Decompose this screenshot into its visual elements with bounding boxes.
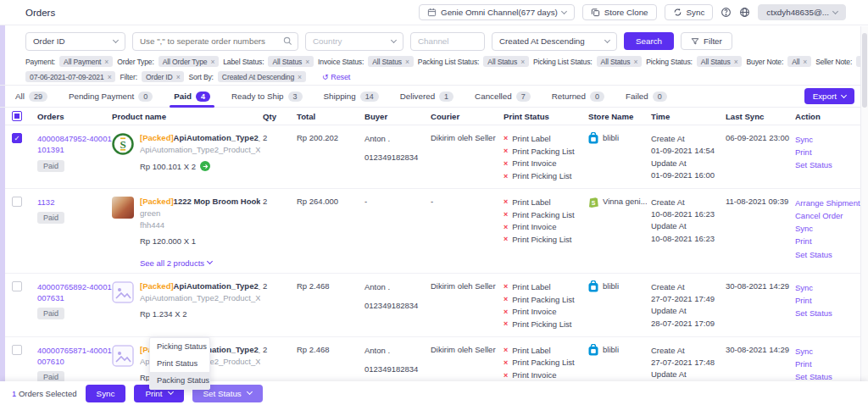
- last-sync-value: 06-09-2021 23:00: [726, 133, 795, 142]
- set-status-action[interactable]: Set Status: [795, 307, 860, 319]
- row-checkbox[interactable]: [12, 281, 22, 291]
- packed-tag: [Packed]: [140, 133, 174, 142]
- filter-chip[interactable]: All Status×: [483, 56, 529, 67]
- store-clone-icon: [591, 8, 600, 17]
- sync-action[interactable]: Sync: [795, 133, 860, 146]
- tab-failed[interactable]: Failed0: [626, 86, 667, 107]
- filter-chip[interactable]: Order ID×: [142, 71, 185, 82]
- print-action[interactable]: Print: [795, 146, 860, 158]
- tab-cancelled[interactable]: Cancelled7: [475, 86, 531, 107]
- set-status-action[interactable]: Set Status: [795, 158, 860, 171]
- tab-paid[interactable]: Paid4: [174, 86, 210, 107]
- row-checkbox[interactable]: ✓: [12, 133, 22, 143]
- x-mark-icon: ×: [504, 345, 508, 357]
- order-id-link[interactable]: 40000765871-40001007610: [37, 345, 115, 368]
- close-icon[interactable]: ×: [633, 58, 637, 66]
- x-mark-icon: ×: [504, 197, 508, 208]
- tab-all[interactable]: All29: [15, 86, 47, 107]
- arrange-shipment-action[interactable]: Arrange Shipment: [795, 197, 860, 209]
- filter-button[interactable]: Filter: [681, 32, 732, 50]
- sync-button[interactable]: Sync: [665, 4, 714, 20]
- search-button[interactable]: Search: [624, 32, 674, 50]
- see-all-products-link[interactable]: See all 2 products: [140, 258, 212, 268]
- filter-chip[interactable]: All Payment×: [59, 56, 113, 67]
- close-icon[interactable]: ×: [104, 58, 108, 66]
- close-icon[interactable]: ×: [298, 73, 302, 81]
- col-total: Total: [297, 112, 364, 121]
- print-action[interactable]: Print: [795, 294, 860, 307]
- filter-chip[interactable]: 07-06-2021-07-09-2021×: [25, 71, 115, 82]
- row-checkbox[interactable]: [12, 345, 22, 355]
- row-checkbox[interactable]: [12, 197, 22, 207]
- menu-item-print-status[interactable]: Print Status: [150, 355, 209, 372]
- close-icon[interactable]: ×: [405, 58, 409, 66]
- col-buyer: Buyer: [364, 112, 431, 121]
- sort-select[interactable]: Created At Descending: [492, 32, 617, 51]
- close-icon[interactable]: ×: [734, 58, 738, 66]
- select-all-checkbox[interactable]: [12, 111, 22, 121]
- close-icon[interactable]: ×: [520, 58, 525, 66]
- set-status-action[interactable]: Set Status: [795, 248, 860, 261]
- order-search-input[interactable]: [140, 36, 278, 46]
- tab-ready-to-ship[interactable]: Ready to Ship3: [231, 86, 303, 107]
- order-id-link[interactable]: 40000765892-40001007631: [37, 281, 115, 304]
- close-icon[interactable]: ×: [210, 58, 214, 66]
- filter-type-select[interactable]: Order ID: [25, 32, 125, 51]
- tab-count-badge: 4: [196, 92, 210, 102]
- store-cell: S Vinna geni...: [588, 197, 651, 208]
- x-mark-icon: ×: [504, 234, 508, 246]
- sync-action[interactable]: Sync: [795, 222, 860, 235]
- globe-icon[interactable]: [739, 7, 750, 18]
- calendar-icon: [427, 8, 437, 17]
- close-icon[interactable]: ×: [305, 58, 309, 66]
- product-name: [Packed]ApiAutomation_Type2_Pro...: [140, 281, 260, 291]
- chevron-down-icon: [604, 36, 610, 42]
- product-subtitle: ApiAutomation_Type2_Product_Xc...: [140, 293, 260, 302]
- packed-tag: [Packed]: [140, 281, 174, 291]
- tab-pending-payment[interactable]: Pending Payment0: [69, 86, 153, 107]
- vertical-scrollbar[interactable]: [860, 26, 868, 405]
- filter-chip[interactable]: All Status×: [697, 56, 743, 67]
- export-button[interactable]: Export: [804, 88, 854, 104]
- sync-action[interactable]: Sync: [795, 345, 860, 358]
- tab-count-badge: 29: [29, 92, 47, 102]
- close-icon[interactable]: ×: [176, 73, 181, 81]
- col-last-sync: Last Sync: [726, 112, 795, 121]
- filter-chip[interactable]: All Order Type×: [159, 56, 220, 67]
- filter-chip[interactable]: All Status×: [368, 56, 414, 67]
- channel-input[interactable]: [410, 32, 485, 51]
- close-icon[interactable]: ×: [108, 73, 112, 81]
- filter-chip[interactable]: All×: [787, 56, 811, 67]
- filter-chip[interactable]: Created At Descending×: [218, 71, 306, 82]
- menu-item-packing-status[interactable]: Packing Status: [150, 372, 209, 389]
- reset-icon: ↺: [322, 73, 328, 81]
- order-id-link[interactable]: 40000847952-40001101391: [37, 133, 115, 156]
- store-cell: blibli: [588, 133, 651, 144]
- bulk-sync-button[interactable]: Sync: [86, 385, 126, 402]
- search-icon[interactable]: [283, 36, 292, 46]
- product-subtitle: fhh444: [140, 220, 260, 230]
- courier-value: -: [431, 197, 504, 206]
- chevron-down-icon: [113, 36, 119, 42]
- order-id-link[interactable]: 1132: [37, 197, 115, 208]
- scrollbar-thumb[interactable]: [862, 33, 867, 108]
- store-selector[interactable]: Genie Omni Channel(677 days): [419, 4, 575, 20]
- tab-count-badge: 3: [288, 92, 303, 102]
- reset-filters-button[interactable]: ↺Reset: [322, 73, 350, 81]
- filter-chip[interactable]: All Status×: [268, 56, 314, 67]
- sync-action[interactable]: Sync: [795, 281, 860, 294]
- menu-item-picking-status[interactable]: Picking Status: [150, 338, 209, 355]
- store-clone-button[interactable]: Store Clone: [582, 4, 657, 20]
- tab-shipping[interactable]: Shipping14: [324, 86, 379, 107]
- cancel-order-action[interactable]: Cancel Order: [795, 209, 860, 222]
- tab-returned[interactable]: Returned0: [552, 86, 604, 107]
- print-action[interactable]: Print: [795, 358, 860, 370]
- x-mark-icon: ×: [504, 294, 508, 306]
- filter-chip[interactable]: All Status×: [597, 56, 643, 67]
- close-icon[interactable]: ×: [803, 58, 807, 66]
- tab-delivered[interactable]: Delivered1: [400, 86, 453, 107]
- print-action[interactable]: Print: [795, 235, 860, 247]
- help-icon[interactable]: [721, 7, 732, 18]
- country-select[interactable]: Country: [305, 32, 403, 51]
- user-menu[interactable]: ctxdyh48635@...: [758, 4, 846, 20]
